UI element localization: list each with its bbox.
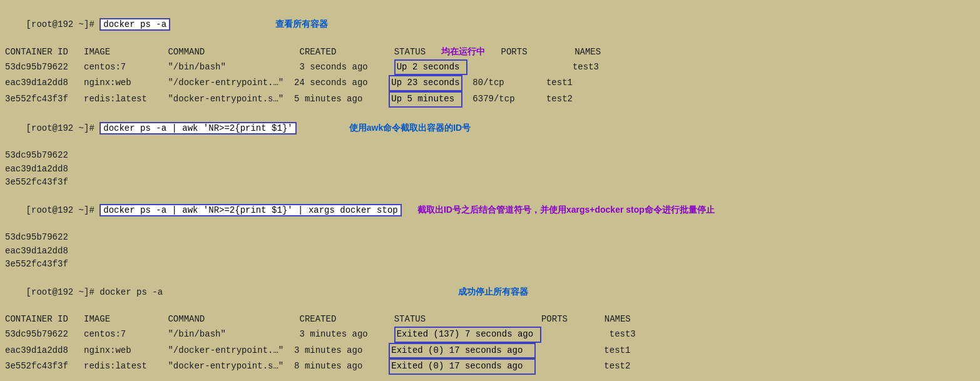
cmd-1: docker ps -a: [100, 18, 170, 31]
data-row-2: eac39d1a2dd8 nginx:web "/docker-entrypoi…: [5, 75, 975, 91]
data-row-6: 3e552fc43f3f redis:latest "docker-entryp…: [5, 358, 975, 375]
line-rm: [root@192 ~]# docker ps -a | awk 'NR>=2{…: [5, 375, 975, 381]
cmd-2: docker ps -a | awk 'NR>=2{print $1}': [100, 122, 296, 135]
header-row-1: CONTAINER ID IMAGE COMMAND CREATED STATU…: [5, 45, 975, 59]
cmd-4: docker ps -a: [100, 287, 163, 297]
prompt-3: [root@192 ~]#: [26, 205, 100, 215]
id-2b: eac39d1a2dd8: [5, 245, 975, 258]
line-stop: [root@192 ~]# docker ps -a | awk 'NR>=2{…: [5, 190, 975, 231]
prompt-4: [root@192 ~]#: [26, 287, 100, 297]
spacer-3: [402, 205, 417, 215]
spacer-2: [297, 123, 349, 133]
annotation-3: 截取出ID号之后结合管道符号，并使用xargs+docker stop命令进行批…: [417, 205, 715, 215]
terminal: [root@192 ~]# docker ps -a 查看所有容器 CONTAI…: [5, 4, 975, 381]
data-row-1: 53dc95b79622 centos:7 "/bin/bash" 3 seco…: [5, 59, 975, 76]
id-2a: eac39d1a2dd8: [5, 163, 975, 176]
prompt-2: [root@192 ~]#: [26, 123, 100, 133]
data-row-3: 3e552fc43f3f redis:latest "docker-entryp…: [5, 91, 975, 108]
line-1: [root@192 ~]# docker ps -a 查看所有容器: [5, 4, 975, 45]
spacer-1: [170, 19, 275, 29]
id-3a: 3e552fc43f3f: [5, 176, 975, 190]
annotation-1: 查看所有容器: [275, 19, 328, 29]
id-3b: 3e552fc43f3f: [5, 258, 975, 272]
id-1b: 53dc95b79622: [5, 231, 975, 245]
line-ps-2: [root@192 ~]# docker ps -a 成功停止所有容器: [5, 272, 975, 313]
annotation-stop: 成功停止所有容器: [458, 287, 528, 297]
id-1a: 53dc95b79622: [5, 149, 975, 163]
header-row-2: CONTAINER ID IMAGE COMMAND CREATED STATU…: [5, 313, 975, 327]
spacer-4: [163, 287, 320, 297]
data-row-5: eac39d1a2dd8 nginx:web "/docker-entrypoi…: [5, 343, 975, 359]
cmd-3: docker ps -a | awk 'NR>=2{print $1}' | x…: [100, 204, 401, 216]
data-row-4: 53dc95b79622 centos:7 "/bin/bash" 3 minu…: [5, 327, 975, 343]
annotation-2: 使用awk命令截取出容器的ID号: [349, 123, 471, 133]
prompt-1: [root@192 ~]#: [26, 19, 100, 29]
line-awk-1: [root@192 ~]# docker ps -a | awk 'NR>=2{…: [5, 108, 975, 149]
